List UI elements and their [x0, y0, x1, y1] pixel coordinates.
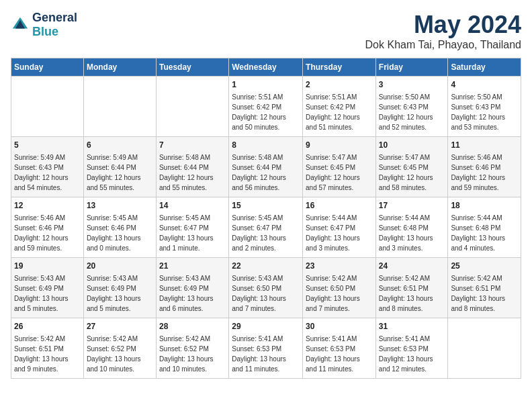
weekday-header-row: SundayMondayTuesdayWednesdayThursdayFrid…: [11, 58, 521, 77]
day-info: Sunrise: 5:42 AM Sunset: 6:51 PM Dayligh…: [451, 275, 505, 312]
calendar-cell: 17Sunrise: 5:44 AM Sunset: 6:48 PM Dayli…: [375, 197, 448, 258]
calendar-cell: 8Sunrise: 5:48 AM Sunset: 6:44 PM Daylig…: [229, 137, 303, 197]
calendar-cell: 2Sunrise: 5:51 AM Sunset: 6:42 PM Daylig…: [303, 77, 376, 137]
weekday-header-sunday: Sunday: [11, 58, 84, 77]
calendar-week-2: 5Sunrise: 5:49 AM Sunset: 6:43 PM Daylig…: [11, 137, 521, 197]
calendar-cell: [156, 77, 228, 137]
day-info: Sunrise: 5:43 AM Sunset: 6:50 PM Dayligh…: [232, 275, 286, 312]
calendar-cell: 1Sunrise: 5:51 AM Sunset: 6:42 PM Daylig…: [229, 77, 303, 137]
day-number: 21: [159, 261, 226, 272]
day-number: 22: [232, 261, 300, 272]
calendar-cell: 25Sunrise: 5:42 AM Sunset: 6:51 PM Dayli…: [448, 258, 521, 318]
day-number: 23: [306, 261, 373, 272]
weekday-header-saturday: Saturday: [448, 58, 521, 77]
calendar-cell: 12Sunrise: 5:46 AM Sunset: 6:46 PM Dayli…: [11, 197, 84, 258]
day-info: Sunrise: 5:49 AM Sunset: 6:44 PM Dayligh…: [87, 154, 141, 191]
day-number: 4: [451, 79, 518, 91]
day-info: Sunrise: 5:45 AM Sunset: 6:47 PM Dayligh…: [232, 214, 286, 252]
weekday-header-tuesday: Tuesday: [156, 58, 228, 77]
day-info: Sunrise: 5:47 AM Sunset: 6:45 PM Dayligh…: [306, 154, 360, 191]
calendar-cell: 21Sunrise: 5:43 AM Sunset: 6:49 PM Dayli…: [156, 258, 228, 318]
calendar-week-4: 19Sunrise: 5:43 AM Sunset: 6:49 PM Dayli…: [11, 258, 521, 318]
month-title: May 2024: [365, 11, 521, 39]
logo-blue: Blue: [32, 25, 77, 39]
calendar-cell: 16Sunrise: 5:44 AM Sunset: 6:47 PM Dayli…: [303, 197, 376, 258]
calendar-cell: 20Sunrise: 5:43 AM Sunset: 6:49 PM Dayli…: [83, 258, 156, 318]
day-number: 19: [14, 261, 81, 272]
logo-icon: [11, 15, 30, 34]
calendar-cell: 24Sunrise: 5:42 AM Sunset: 6:51 PM Dayli…: [375, 258, 448, 318]
day-number: 7: [159, 140, 226, 151]
calendar-week-1: 1Sunrise: 5:51 AM Sunset: 6:42 PM Daylig…: [11, 77, 521, 137]
day-number: 1: [232, 79, 300, 91]
calendar-cell: 27Sunrise: 5:42 AM Sunset: 6:52 PM Dayli…: [83, 318, 156, 379]
day-info: Sunrise: 5:44 AM Sunset: 6:47 PM Dayligh…: [306, 214, 360, 252]
calendar-cell: 31Sunrise: 5:41 AM Sunset: 6:53 PM Dayli…: [375, 318, 448, 379]
weekday-header-thursday: Thursday: [303, 58, 376, 77]
calendar-cell: 5Sunrise: 5:49 AM Sunset: 6:43 PM Daylig…: [11, 137, 84, 197]
calendar-cell: 11Sunrise: 5:46 AM Sunset: 6:46 PM Dayli…: [448, 137, 521, 197]
day-info: Sunrise: 5:44 AM Sunset: 6:48 PM Dayligh…: [379, 214, 433, 252]
day-info: Sunrise: 5:49 AM Sunset: 6:43 PM Dayligh…: [14, 154, 69, 191]
calendar-cell: 10Sunrise: 5:47 AM Sunset: 6:45 PM Dayli…: [375, 137, 448, 197]
day-info: Sunrise: 5:46 AM Sunset: 6:46 PM Dayligh…: [451, 154, 505, 191]
calendar-cell: 29Sunrise: 5:41 AM Sunset: 6:53 PM Dayli…: [229, 318, 303, 379]
day-info: Sunrise: 5:41 AM Sunset: 6:53 PM Dayligh…: [379, 335, 433, 373]
logo: General Blue: [11, 11, 77, 39]
day-number: 28: [159, 321, 226, 332]
calendar-cell: 14Sunrise: 5:45 AM Sunset: 6:47 PM Dayli…: [156, 197, 228, 258]
calendar-cell: 3Sunrise: 5:50 AM Sunset: 6:43 PM Daylig…: [375, 77, 448, 137]
day-number: 5: [14, 140, 81, 151]
calendar-cell: 9Sunrise: 5:47 AM Sunset: 6:45 PM Daylig…: [303, 137, 376, 197]
day-info: Sunrise: 5:45 AM Sunset: 6:47 PM Dayligh…: [159, 214, 214, 252]
calendar-cell: 23Sunrise: 5:42 AM Sunset: 6:50 PM Dayli…: [303, 258, 376, 318]
calendar-cell: 26Sunrise: 5:42 AM Sunset: 6:51 PM Dayli…: [11, 318, 84, 379]
day-number: 26: [14, 321, 81, 332]
day-number: 10: [379, 140, 445, 151]
day-info: Sunrise: 5:42 AM Sunset: 6:52 PM Dayligh…: [87, 335, 141, 373]
day-number: 2: [306, 79, 373, 91]
calendar-cell: 18Sunrise: 5:44 AM Sunset: 6:48 PM Dayli…: [448, 197, 521, 258]
calendar-cell: 13Sunrise: 5:45 AM Sunset: 6:46 PM Dayli…: [83, 197, 156, 258]
day-number: 27: [87, 321, 153, 332]
day-info: Sunrise: 5:43 AM Sunset: 6:49 PM Dayligh…: [159, 275, 214, 312]
calendar-cell: 15Sunrise: 5:45 AM Sunset: 6:47 PM Dayli…: [229, 197, 303, 258]
day-number: 8: [232, 140, 300, 151]
day-info: Sunrise: 5:42 AM Sunset: 6:51 PM Dayligh…: [14, 335, 69, 373]
day-number: 24: [379, 261, 445, 272]
day-info: Sunrise: 5:42 AM Sunset: 6:51 PM Dayligh…: [379, 275, 433, 312]
weekday-header-friday: Friday: [375, 58, 448, 77]
day-number: 11: [451, 140, 518, 151]
day-number: 13: [87, 200, 153, 212]
calendar-cell: 19Sunrise: 5:43 AM Sunset: 6:49 PM Dayli…: [11, 258, 84, 318]
day-number: 17: [379, 200, 445, 212]
day-info: Sunrise: 5:51 AM Sunset: 6:42 PM Dayligh…: [306, 93, 360, 131]
day-number: 6: [87, 140, 153, 151]
calendar-cell: [11, 77, 84, 137]
calendar-week-3: 12Sunrise: 5:46 AM Sunset: 6:46 PM Dayli…: [11, 197, 521, 258]
calendar-cell: 6Sunrise: 5:49 AM Sunset: 6:44 PM Daylig…: [83, 137, 156, 197]
day-number: 31: [379, 321, 445, 332]
calendar-cell: [448, 318, 521, 379]
day-info: Sunrise: 5:48 AM Sunset: 6:44 PM Dayligh…: [232, 154, 286, 191]
day-info: Sunrise: 5:41 AM Sunset: 6:53 PM Dayligh…: [232, 335, 286, 373]
day-number: 20: [87, 261, 153, 272]
day-info: Sunrise: 5:42 AM Sunset: 6:52 PM Dayligh…: [159, 335, 214, 373]
day-number: 29: [232, 321, 300, 332]
calendar-cell: 28Sunrise: 5:42 AM Sunset: 6:52 PM Dayli…: [156, 318, 228, 379]
day-info: Sunrise: 5:41 AM Sunset: 6:53 PM Dayligh…: [306, 335, 360, 373]
day-info: Sunrise: 5:43 AM Sunset: 6:49 PM Dayligh…: [87, 275, 141, 312]
day-number: 3: [379, 79, 445, 91]
day-number: 15: [232, 200, 300, 212]
title-block: May 2024 Dok Kham Tai, Phayao, Thailand: [365, 11, 521, 51]
calendar-cell: 7Sunrise: 5:48 AM Sunset: 6:44 PM Daylig…: [156, 137, 228, 197]
day-info: Sunrise: 5:48 AM Sunset: 6:44 PM Dayligh…: [159, 154, 214, 191]
day-info: Sunrise: 5:50 AM Sunset: 6:43 PM Dayligh…: [379, 93, 433, 131]
day-number: 18: [451, 200, 518, 212]
day-info: Sunrise: 5:43 AM Sunset: 6:49 PM Dayligh…: [14, 275, 69, 312]
day-number: 30: [306, 321, 373, 332]
day-info: Sunrise: 5:47 AM Sunset: 6:45 PM Dayligh…: [379, 154, 433, 191]
page-header: General Blue May 2024 Dok Kham Tai, Phay…: [11, 11, 521, 51]
day-number: 14: [159, 200, 226, 212]
day-info: Sunrise: 5:45 AM Sunset: 6:46 PM Dayligh…: [87, 214, 141, 252]
